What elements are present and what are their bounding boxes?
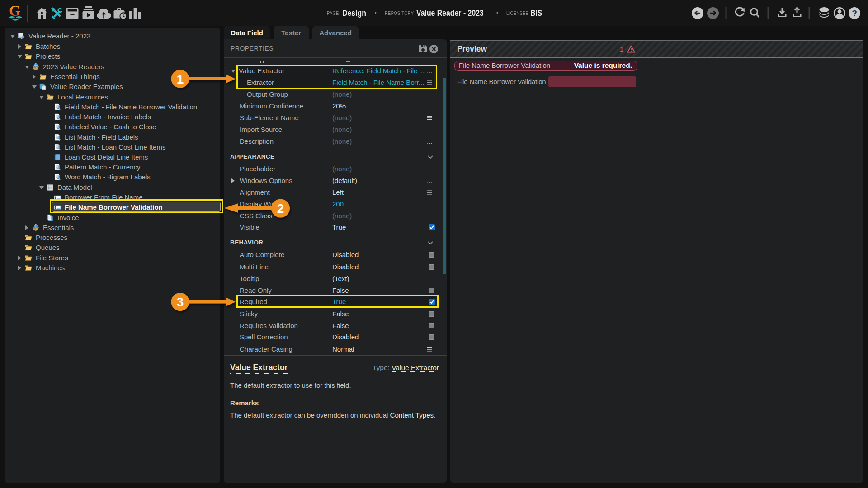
svg-text:?: ?	[852, 9, 857, 18]
